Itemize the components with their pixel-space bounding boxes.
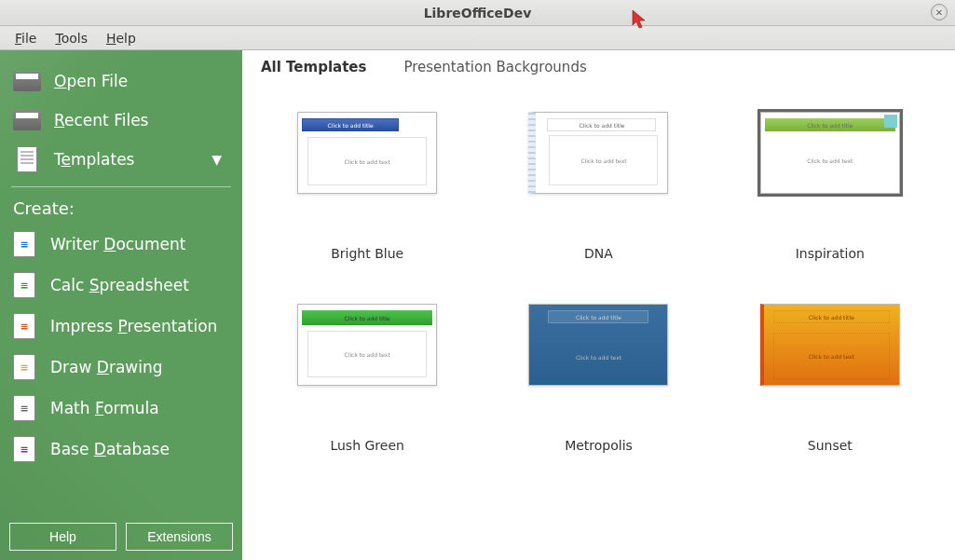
templates-button[interactable]: Templates ▼ [0, 140, 242, 179]
tabbar: All Templates Presentation Backgrounds [242, 50, 955, 84]
document-icon: ≡ [13, 395, 35, 421]
create-heading: Create: [0, 193, 242, 224]
document-icon: ≡ [13, 272, 35, 298]
thumb-body: Click to add text [307, 331, 427, 377]
tab-presentation-backgrounds[interactable]: Presentation Backgrounds [403, 53, 586, 81]
create-label: Calc Spreadsheet [50, 276, 189, 294]
template-metropolis[interactable]: Click to add titleClick to add textMetro… [492, 304, 704, 453]
titlebar: LibreOfficeDev ✕ [0, 0, 955, 26]
template-thumbnail: Click to add titleClick to add text [297, 112, 437, 194]
create-draw-drawing[interactable]: ≡Draw Drawing [0, 347, 242, 388]
extensions-button[interactable]: Extensions [126, 523, 233, 551]
template-inspiration[interactable]: Click to add titleClick to add textInspi… [724, 112, 936, 261]
thumb-title: Click to add title [765, 118, 895, 131]
open-file-label: Open File [54, 72, 229, 90]
recent-files-button[interactable]: Recent Files [0, 101, 242, 140]
create-base-database[interactable]: ≡Base Database [0, 429, 242, 470]
paper-icon [13, 147, 41, 171]
template-name: DNA [584, 246, 613, 261]
menu-file[interactable]: File [6, 29, 46, 48]
chevron-down-icon: ▼ [211, 152, 222, 167]
document-icon: ≡ [13, 436, 35, 462]
create-label: Impress Presentation [50, 317, 217, 335]
template-bright-blue[interactable]: Click to add titleClick to add textBrigh… [261, 112, 473, 261]
template-gallery: Click to add titleClick to add textBrigh… [242, 84, 955, 560]
create-label: Draw Drawing [50, 358, 163, 376]
menu-help[interactable]: Help [97, 29, 145, 48]
thumb-body: Click to add text [773, 333, 890, 379]
create-label: Writer Document [50, 235, 185, 253]
sidebar-bottom: Help Extensions [9, 523, 233, 551]
content: All Templates Presentation Backgrounds C… [242, 50, 955, 560]
menu-tools[interactable]: Tools [46, 29, 97, 48]
tab-all-templates[interactable]: All Templates [261, 53, 366, 81]
recent-files-label: Recent Files [54, 111, 229, 130]
drawer-icon [13, 108, 41, 132]
template-name: Inspiration [796, 246, 865, 261]
template-name: Sunset [808, 438, 853, 453]
create-writer-document[interactable]: ≡Writer Document [0, 224, 242, 265]
template-dna[interactable]: Click to add titleClick to add textDNA [492, 112, 704, 261]
template-thumbnail: Click to add titleClick to add text [528, 304, 668, 386]
main: Open File Recent Files Templates ▼ Creat… [0, 50, 955, 560]
templates-label: Templates [54, 150, 211, 169]
thumb-title: Click to add title [773, 310, 890, 323]
template-thumbnail: Click to add titleClick to add text [528, 112, 668, 194]
thumb-body: Click to add text [771, 135, 890, 185]
sidebar: Open File Recent Files Templates ▼ Creat… [0, 50, 242, 560]
document-icon: ≡ [13, 313, 35, 339]
create-math-formula[interactable]: ≡Math Formula [0, 388, 242, 429]
document-icon: ≡ [13, 354, 35, 380]
thumb-title: Click to add title [302, 118, 399, 131]
template-sunset[interactable]: Click to add titleClick to add textSunse… [724, 304, 936, 453]
divider [11, 186, 231, 187]
document-icon: ≡ [13, 231, 35, 257]
create-label: Math Formula [50, 399, 159, 417]
create-impress-presentation[interactable]: ≡Impress Presentation [0, 306, 242, 347]
open-file-button[interactable]: Open File [0, 61, 242, 101]
template-thumbnail: Click to add titleClick to add text [760, 304, 900, 386]
thumb-body: Click to add text [548, 342, 648, 372]
template-name: Metropolis [565, 438, 633, 453]
window-title: LibreOfficeDev [0, 6, 955, 20]
help-button[interactable]: Help [9, 523, 116, 551]
close-button[interactable]: ✕ [931, 4, 948, 20]
thumb-title: Click to add title [548, 310, 648, 323]
menubar: File Tools Help [0, 26, 955, 50]
template-thumbnail: Click to add titleClick to add text [760, 112, 900, 194]
template-name: Lush Green [330, 438, 403, 453]
template-lush-green[interactable]: Click to add titleClick to add textLush … [261, 304, 473, 453]
template-name: Bright Blue [331, 246, 403, 261]
thumb-body: Click to add text [549, 135, 658, 185]
thumb-title: Click to add title [547, 118, 656, 131]
thumb-title: Click to add title [302, 310, 432, 325]
create-label: Base Database [50, 440, 170, 458]
thumb-body: Click to add text [307, 137, 427, 185]
create-calc-spreadsheet[interactable]: ≡Calc Spreadsheet [0, 265, 242, 306]
template-thumbnail: Click to add titleClick to add text [297, 304, 437, 386]
drawer-icon [13, 69, 41, 93]
